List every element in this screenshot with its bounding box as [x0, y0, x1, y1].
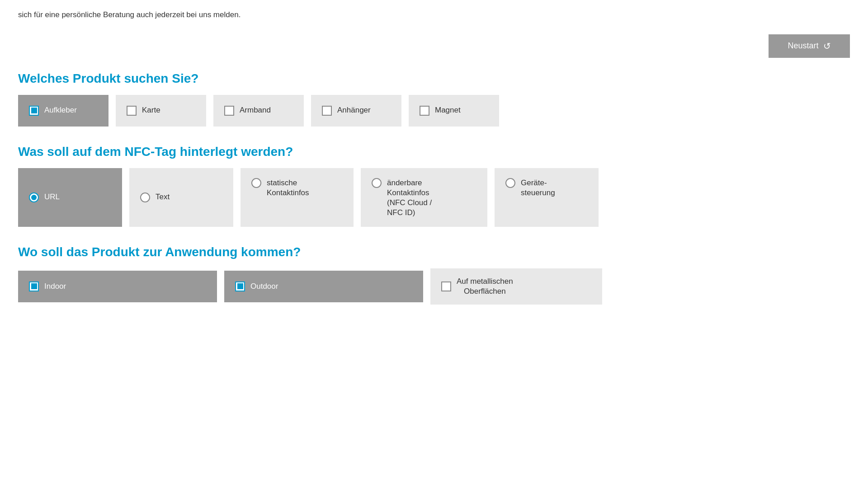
intro-text: sich für eine persönliche Beratung auch … — [18, 9, 850, 21]
nfc-option-text[interactable]: Text — [129, 168, 233, 227]
location-indoor-label: Indoor — [44, 282, 66, 291]
product-option-aufkleber[interactable]: Aufkleber — [18, 95, 108, 127]
product-anhaenger-label: Anhänger — [337, 105, 371, 115]
location-options-row: Indoor Outdoor Auf metallischenOberfläch… — [18, 268, 850, 305]
product-magnet-label: Magnet — [435, 105, 461, 115]
nfc-text-label: Text — [156, 192, 170, 202]
nfc-url-label: URL — [44, 192, 60, 202]
product-options-row: Aufkleber Karte Armband Anhänger Magnet — [18, 95, 850, 127]
neustart-row: Neustart ↺ — [18, 34, 850, 58]
checkbox-metall-icon — [441, 282, 451, 291]
checkbox-magnet-icon — [420, 106, 429, 116]
location-option-indoor[interactable]: Indoor — [18, 271, 217, 302]
nfc-options-row: URL Text statischeKontaktinfos änderbare… — [18, 168, 850, 227]
product-option-anhaenger[interactable]: Anhänger — [311, 95, 401, 127]
nfc-option-statische[interactable]: statischeKontaktinfos — [241, 168, 354, 227]
nfc-section: Was soll auf dem NFC-Tag hinterlegt werd… — [18, 145, 850, 227]
product-aufkleber-label: Aufkleber — [44, 105, 77, 115]
neustart-label: Neustart — [788, 41, 818, 51]
nfc-section-title: Was soll auf dem NFC-Tag hinterlegt werd… — [18, 145, 850, 159]
nfc-option-url[interactable]: URL — [18, 168, 122, 227]
nfc-statische-label: statischeKontaktinfos — [267, 178, 309, 198]
product-option-karte[interactable]: Karte — [116, 95, 206, 127]
radio-url-icon — [29, 192, 39, 202]
neustart-button[interactable]: Neustart ↺ — [769, 34, 850, 58]
checkbox-aufkleber-icon — [29, 106, 39, 116]
checkbox-karte-icon — [127, 106, 137, 116]
radio-text-icon — [140, 192, 150, 202]
product-option-magnet[interactable]: Magnet — [409, 95, 499, 127]
location-outdoor-label: Outdoor — [250, 282, 278, 291]
location-section-title: Wo soll das Produkt zur Anwendung kommen… — [18, 245, 850, 259]
checkbox-anhaenger-icon — [322, 106, 332, 116]
radio-geraete-icon — [505, 178, 515, 188]
product-section-title: Welches Produkt suchen Sie? — [18, 71, 850, 86]
radio-aenderbare-icon — [372, 178, 382, 188]
checkbox-armband-icon — [224, 106, 234, 116]
location-option-metall[interactable]: Auf metallischenOberflächen — [430, 268, 602, 305]
checkbox-outdoor-icon — [235, 282, 245, 291]
nfc-geraete-label: Geräte-steuerung — [521, 178, 555, 198]
product-option-armband[interactable]: Armband — [213, 95, 304, 127]
location-option-outdoor[interactable]: Outdoor — [224, 271, 423, 302]
product-section: Welches Produkt suchen Sie? Aufkleber Ka… — [18, 71, 850, 127]
product-armband-label: Armband — [240, 105, 271, 115]
reset-icon: ↺ — [823, 41, 831, 52]
checkbox-indoor-icon — [29, 282, 39, 291]
nfc-aenderbare-label: änderbareKontaktinfos(NFC Cloud /NFC ID) — [387, 178, 432, 218]
nfc-option-geraete[interactable]: Geräte-steuerung — [495, 168, 599, 227]
product-karte-label: Karte — [142, 105, 160, 115]
location-section: Wo soll das Produkt zur Anwendung kommen… — [18, 245, 850, 305]
location-metall-label: Auf metallischenOberflächen — [457, 277, 513, 296]
radio-statische-icon — [251, 178, 261, 188]
nfc-option-aenderbare[interactable]: änderbareKontaktinfos(NFC Cloud /NFC ID) — [361, 168, 487, 227]
